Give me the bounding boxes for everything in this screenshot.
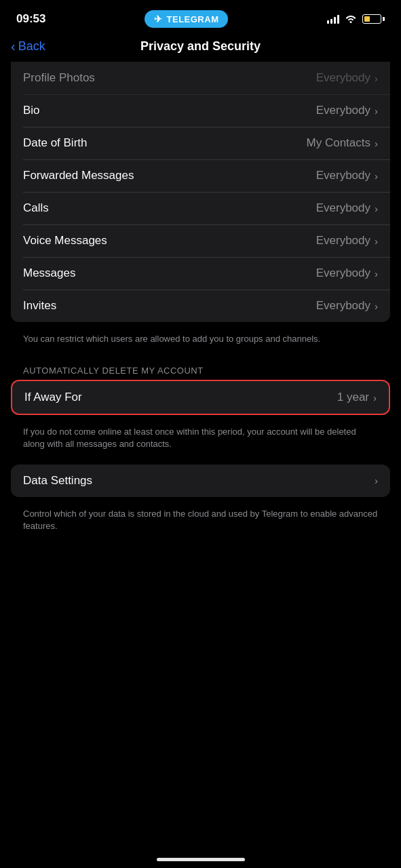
data-settings-chevron-icon: ›: [375, 475, 378, 486]
home-indicator: [157, 858, 245, 861]
invites-row[interactable]: Invites Everybody ›: [11, 290, 390, 322]
voice-messages-row[interactable]: Voice Messages Everybody ›: [11, 224, 390, 257]
calls-value-group: Everybody ›: [316, 201, 378, 215]
status-time: 09:53: [16, 12, 45, 26]
invites-footer: You can restrict which users are allowed…: [11, 328, 390, 359]
forwarded-messages-chevron-icon: ›: [375, 170, 378, 182]
bio-value-group: Everybody ›: [316, 104, 378, 117]
date-of-birth-label: Date of Birth: [23, 136, 88, 150]
date-of-birth-value: My Contacts: [307, 136, 370, 150]
calls-chevron-icon: ›: [375, 203, 378, 214]
forwarded-messages-row[interactable]: Forwarded Messages Everybody ›: [11, 159, 390, 192]
calls-row[interactable]: Calls Everybody ›: [11, 192, 390, 224]
forwarded-messages-label: Forwarded Messages: [23, 169, 134, 182]
auto-delete-section-header: AUTOMATICALLY DELETE MY ACCOUNT: [11, 359, 390, 380]
data-settings-card: Data Settings ›: [11, 465, 390, 497]
voice-messages-value-group: Everybody ›: [316, 234, 378, 248]
back-label: Back: [18, 39, 45, 54]
messages-value-group: Everybody ›: [316, 267, 378, 280]
status-icons: [327, 14, 385, 25]
signal-bars-icon: [327, 14, 339, 24]
nav-bar: ‹ Back Privacy and Security: [0, 34, 401, 62]
profile-photos-label: Profile Photos: [23, 71, 95, 85]
voice-messages-label: Voice Messages: [23, 234, 107, 248]
if-away-value-group: 1 year ›: [337, 391, 377, 404]
bio-chevron-icon: ›: [375, 105, 378, 117]
if-away-value: 1 year: [337, 391, 369, 404]
profile-photos-chevron-icon: ›: [375, 73, 378, 84]
if-away-footer: If you do not come online at least once …: [11, 420, 390, 464]
invites-chevron-icon: ›: [375, 300, 378, 312]
back-button[interactable]: ‹ Back: [11, 39, 45, 54]
telegram-badge: ✈ TELEGRAM: [145, 10, 228, 28]
date-of-birth-row[interactable]: Date of Birth My Contacts ›: [11, 127, 390, 159]
back-chevron-icon: ‹: [11, 39, 16, 54]
battery-icon: [362, 14, 385, 24]
voice-messages-value: Everybody: [316, 234, 370, 248]
calls-label: Calls: [23, 201, 49, 215]
messages-row[interactable]: Messages Everybody ›: [11, 257, 390, 290]
data-settings-row[interactable]: Data Settings ›: [11, 465, 390, 497]
status-bar: 09:53 ✈ TELEGRAM: [0, 0, 401, 34]
forwarded-messages-value-group: Everybody ›: [316, 169, 378, 182]
profile-photos-row[interactable]: Profile Photos Everybody ›: [11, 62, 390, 94]
page-title: Privacy and Security: [140, 39, 261, 54]
if-away-label: If Away For: [24, 391, 82, 404]
voice-messages-chevron-icon: ›: [375, 235, 378, 247]
bio-label: Bio: [23, 104, 40, 117]
messages-value: Everybody: [316, 267, 370, 280]
invites-label: Invites: [23, 299, 56, 313]
invites-value-group: Everybody ›: [316, 299, 378, 313]
if-away-row[interactable]: If Away For 1 year ›: [12, 381, 389, 414]
profile-photos-value: Everybody: [316, 71, 370, 85]
top-partial-card: Profile Photos Everybody › Bio Everybody…: [11, 62, 390, 322]
calls-value: Everybody: [316, 201, 370, 215]
profile-photos-value-group: Everybody ›: [316, 71, 378, 85]
date-of-birth-value-group: My Contacts ›: [307, 136, 378, 150]
messages-chevron-icon: ›: [375, 268, 378, 279]
invites-value: Everybody: [316, 299, 370, 313]
bio-value: Everybody: [316, 104, 370, 117]
status-center: ✈ TELEGRAM: [145, 10, 228, 28]
telegram-plane-icon: ✈: [154, 14, 163, 24]
data-settings-footer: Control which of your data is stored in …: [11, 502, 390, 546]
if-away-chevron-icon: ›: [373, 392, 377, 403]
telegram-label: TELEGRAM: [167, 14, 219, 24]
wifi-icon: [345, 14, 357, 25]
if-away-card: If Away For 1 year ›: [11, 380, 390, 415]
content: Profile Photos Everybody › Bio Everybody…: [0, 62, 401, 546]
forwarded-messages-value: Everybody: [316, 169, 370, 182]
messages-label: Messages: [23, 267, 75, 280]
data-settings-value-group: ›: [375, 475, 378, 486]
bio-row[interactable]: Bio Everybody ›: [11, 94, 390, 127]
data-settings-label: Data Settings: [23, 474, 92, 488]
date-of-birth-chevron-icon: ›: [375, 138, 378, 149]
